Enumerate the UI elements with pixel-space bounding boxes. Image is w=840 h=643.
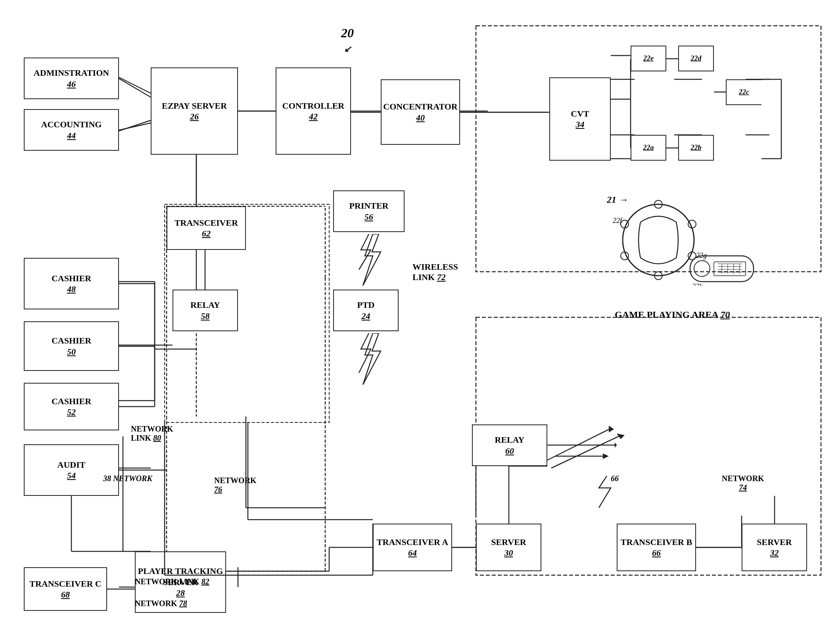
cvt-22a-box: 22a: [631, 135, 666, 161]
arrow-relay-svg: [543, 420, 623, 468]
network38-label: 38 NETWORK: [103, 474, 152, 483]
wireless-link-label: WIRELESSLINK 72: [412, 262, 458, 282]
concentrator-box: CONCENTRATOR 40: [381, 79, 460, 145]
network78-label: NETWORK 78: [135, 599, 187, 608]
audit54-box: AUDIT 54: [24, 444, 119, 496]
network66-label: 66: [611, 474, 619, 483]
server32-box: SERVER 32: [742, 524, 807, 571]
network76-label: NETWORK76: [214, 476, 257, 494]
cvt-device-svg: 22f 22g 22h: [611, 194, 761, 286]
ezpay-server-box: EZPAY SERVER 26: [151, 67, 238, 155]
cvt-22c-box: 22c: [726, 79, 761, 105]
printer56-box: PRINTER 56: [333, 190, 405, 232]
cvt-22d-box: 22d: [678, 46, 714, 71]
svg-text:22f: 22f: [613, 217, 623, 225]
diagram-number: 20 ↙: [341, 26, 354, 55]
diagram: 20 ↙ ADMINSTRATION 46 ACCOUNTING 44 EZPA…: [0, 0, 840, 643]
cashier52-box: CASHIER 52: [24, 383, 119, 430]
lightning2-svg: [357, 333, 389, 389]
relay58-box: RELAY 58: [173, 290, 238, 331]
lightning1-svg: [357, 234, 389, 290]
network74-label: NETWORK74: [722, 474, 764, 492]
server30-box: SERVER 30: [476, 524, 541, 571]
cvt-22b-box: 22b: [678, 135, 714, 161]
cashier48-box: CASHIER 48: [24, 258, 119, 309]
svg-text:22h: 22h: [692, 282, 703, 286]
svg-line-1: [119, 119, 155, 131]
controller-box: CONTROLLER 42: [276, 67, 351, 155]
game-playing-area-label: GAME PLAYING AREA 70: [615, 309, 730, 320]
cvt-22e-box: 22e: [631, 46, 666, 71]
ptd24-box: PTD 24: [333, 290, 399, 331]
svg-line-74: [119, 79, 151, 97]
cashier50-box: CASHIER 50: [24, 321, 119, 371]
svg-point-51: [623, 204, 694, 276]
network-link82-label: NETWORK LINK 82: [135, 577, 209, 586]
svg-line-75: [119, 123, 151, 130]
svg-line-72: [547, 428, 611, 460]
network-link80-label: NETWORKLINK 80: [131, 424, 173, 443]
transceiver62-box: TRANSCEIVER 62: [167, 206, 246, 250]
administration-box: ADMINSTRATION 46: [24, 58, 119, 99]
svg-line-0: [119, 77, 155, 95]
relay60-box: RELAY 60: [472, 424, 547, 466]
transceiver-a-box: TRANSCEIVER A 64: [373, 524, 452, 571]
accounting-box: ACCOUNTING 44: [24, 109, 119, 151]
transceiver-c-box: TRANSCEIVER C 68: [24, 567, 107, 611]
cvt-box: CVT 34: [549, 77, 611, 161]
transceiver-b-box: TRANSCEIVER B 66: [617, 524, 696, 571]
svg-marker-73: [609, 426, 614, 432]
svg-point-61: [694, 261, 710, 276]
